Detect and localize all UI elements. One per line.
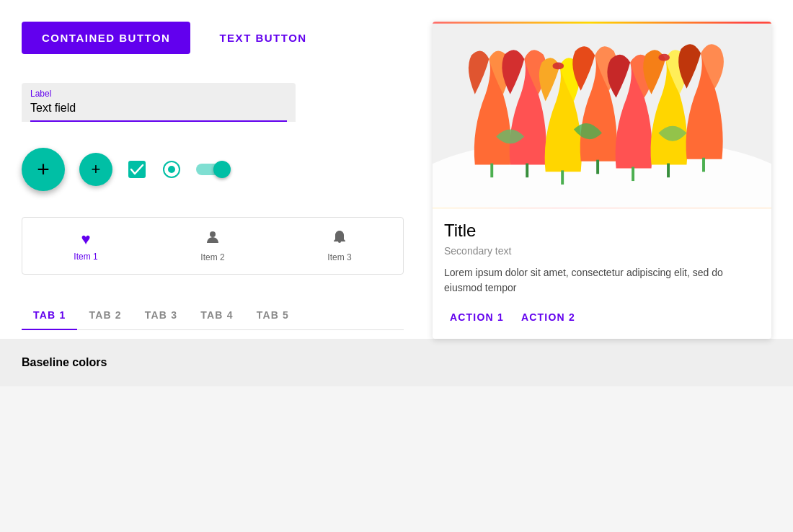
- left-panel: CONTAINED BUTTON TEXT BUTTON Label + +: [22, 22, 418, 339]
- heart-icon: ♥: [81, 230, 90, 249]
- main-content: CONTAINED BUTTON TEXT BUTTON Label + +: [0, 0, 793, 339]
- nav-item-3-label: Item 3: [327, 252, 351, 262]
- svg-point-13: [552, 63, 564, 70]
- svg-rect-8: [561, 170, 564, 185]
- toggle-thumb: [213, 161, 231, 178]
- card-actions: ACTION 1 ACTION 2: [444, 307, 760, 327]
- plus-icon-large: +: [37, 157, 50, 182]
- tab-5[interactable]: TAB 5: [245, 301, 301, 329]
- tabs-row: TAB 1 TAB 2 TAB 3 TAB 4 TAB 5: [22, 301, 404, 330]
- svg-rect-9: [596, 160, 599, 174]
- fab-large-button[interactable]: +: [22, 148, 65, 191]
- text-field-wrapper: Label: [22, 83, 296, 122]
- checkbox[interactable]: [127, 159, 147, 179]
- buttons-row: CONTAINED BUTTON TEXT BUTTON: [22, 22, 404, 54]
- card-text: Lorem ipsum dolor sit amet, consectetur …: [444, 265, 760, 296]
- svg-rect-7: [526, 164, 528, 178]
- card: Title Secondary text Lorem ipsum dolor s…: [433, 22, 771, 339]
- nav-item-2[interactable]: Item 2: [149, 223, 276, 268]
- svg-rect-6: [490, 164, 493, 178]
- radio-button[interactable]: [161, 159, 182, 179]
- nav-item-3[interactable]: Item 3: [276, 223, 403, 268]
- text-field-label: Label: [30, 89, 287, 99]
- baseline-section: Baseline colors: [0, 339, 793, 386]
- card-title: Title: [444, 221, 760, 241]
- card-action-1-button[interactable]: ACTION 1: [444, 307, 510, 327]
- card-body: Title Secondary text Lorem ipsum dolor s…: [433, 209, 771, 339]
- card-secondary: Secondary text: [444, 245, 760, 257]
- svg-point-3: [210, 231, 216, 237]
- icons-row: + +: [22, 148, 404, 191]
- tab-1[interactable]: TAB 1: [22, 301, 77, 329]
- tab-4[interactable]: TAB 4: [189, 301, 244, 329]
- baseline-title: Baseline colors: [22, 356, 107, 368]
- bell-icon: [332, 229, 347, 249]
- svg-rect-12: [702, 158, 705, 172]
- fab-small-button[interactable]: +: [79, 153, 112, 186]
- svg-rect-10: [632, 167, 634, 181]
- bottom-nav: ♥ Item 1 Item 2: [22, 217, 404, 275]
- tab-2[interactable]: TAB 2: [77, 301, 133, 329]
- text-button[interactable]: TEXT BUTTON: [219, 32, 306, 44]
- card-action-2-button[interactable]: ACTION 2: [515, 307, 581, 327]
- card-image: [433, 22, 771, 209]
- svg-rect-11: [667, 164, 670, 178]
- text-field-underline: [30, 120, 287, 122]
- svg-point-2: [168, 166, 175, 173]
- nav-item-1-label: Item 1: [74, 252, 97, 262]
- nav-item-2-label: Item 2: [200, 252, 224, 262]
- tab-3[interactable]: TAB 3: [133, 301, 189, 329]
- person-icon: [205, 229, 221, 249]
- svg-point-14: [658, 54, 670, 61]
- toggle-switch[interactable]: [196, 160, 231, 179]
- text-field-input[interactable]: [30, 102, 287, 120]
- nav-item-1[interactable]: ♥ Item 1: [22, 224, 149, 267]
- contained-button[interactable]: CONTAINED BUTTON: [22, 22, 190, 54]
- plus-icon-small: +: [92, 160, 101, 179]
- right-panel: Title Secondary text Lorem ipsum dolor s…: [418, 22, 771, 339]
